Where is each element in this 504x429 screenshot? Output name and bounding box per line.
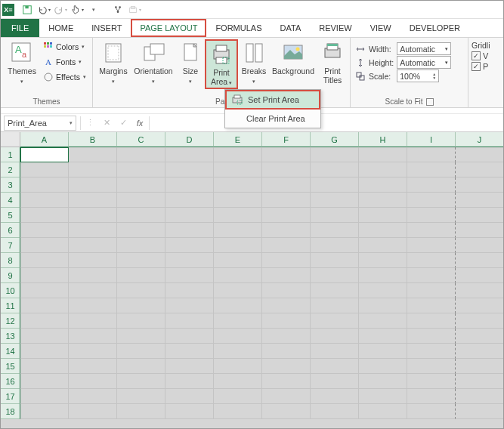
cell[interactable] xyxy=(359,313,407,329)
cell[interactable] xyxy=(69,313,117,329)
cell[interactable] xyxy=(165,177,214,193)
cell[interactable] xyxy=(20,162,69,177)
cell[interactable] xyxy=(407,238,456,253)
cell[interactable] xyxy=(262,344,311,359)
cell[interactable] xyxy=(20,329,69,344)
print-area-button[interactable]: PrintArea ▾ xyxy=(205,39,238,89)
cell[interactable] xyxy=(117,389,165,404)
cell[interactable] xyxy=(165,268,214,283)
cell[interactable] xyxy=(214,253,262,268)
cell[interactable] xyxy=(407,177,456,193)
colors-button[interactable]: Colors▾ xyxy=(42,39,88,54)
cell[interactable] xyxy=(311,193,359,208)
cell[interactable] xyxy=(165,344,214,359)
cell[interactable] xyxy=(117,268,165,283)
row-header[interactable]: 5 xyxy=(1,208,20,223)
cell[interactable] xyxy=(214,208,262,223)
cell[interactable] xyxy=(165,404,214,419)
row-header[interactable]: 9 xyxy=(1,268,20,283)
qat-command-1[interactable] xyxy=(110,2,125,17)
cell[interactable] xyxy=(311,404,359,419)
cell[interactable] xyxy=(311,344,359,359)
cell[interactable] xyxy=(262,268,311,283)
tab-view[interactable]: VIEW xyxy=(361,19,400,37)
cell[interactable] xyxy=(69,329,117,344)
cell[interactable] xyxy=(456,268,503,283)
set-print-area-item[interactable]: Set Print Area xyxy=(225,90,320,110)
cell[interactable] xyxy=(69,177,117,193)
cell[interactable] xyxy=(20,223,69,238)
name-box[interactable]: Print_Area▾ xyxy=(4,116,76,131)
cell[interactable] xyxy=(214,283,262,298)
tab-page-layout[interactable]: PAGE LAYOUT xyxy=(131,19,206,37)
cell[interactable] xyxy=(20,238,69,253)
cell[interactable] xyxy=(20,374,69,389)
margins-button[interactable]: Margins▾ xyxy=(96,39,131,86)
column-header[interactable]: I xyxy=(407,132,456,147)
cell[interactable] xyxy=(20,208,69,223)
width-select[interactable]: Automatic▾ xyxy=(397,42,451,55)
themes-button[interactable]: Aa Themes▾ xyxy=(4,39,40,86)
column-header[interactable]: G xyxy=(311,132,359,147)
cell[interactable] xyxy=(407,404,456,419)
qat-command-2[interactable]: ▾ xyxy=(127,2,142,17)
cell[interactable] xyxy=(456,193,503,208)
fonts-button[interactable]: AFonts▾ xyxy=(42,54,88,69)
cell[interactable] xyxy=(20,404,69,419)
cell[interactable] xyxy=(456,298,503,313)
row-header[interactable]: 13 xyxy=(1,329,20,344)
row-header[interactable]: 8 xyxy=(1,253,20,268)
cell[interactable] xyxy=(69,283,117,298)
cell[interactable] xyxy=(69,344,117,359)
cell[interactable] xyxy=(456,223,503,238)
cell[interactable] xyxy=(262,313,311,329)
cell[interactable] xyxy=(456,404,503,419)
cell[interactable] xyxy=(456,238,503,253)
cell[interactable] xyxy=(214,313,262,329)
cell[interactable] xyxy=(262,177,311,193)
cell[interactable] xyxy=(117,238,165,253)
cell[interactable] xyxy=(165,238,214,253)
cell[interactable] xyxy=(311,298,359,313)
cell[interactable] xyxy=(456,329,503,344)
cell[interactable] xyxy=(311,359,359,374)
cell[interactable] xyxy=(311,268,359,283)
cell[interactable] xyxy=(407,147,456,162)
cell[interactable] xyxy=(407,283,456,298)
cell[interactable] xyxy=(359,283,407,298)
cell[interactable] xyxy=(359,329,407,344)
row-header[interactable]: 1 xyxy=(1,147,20,162)
cell[interactable] xyxy=(359,162,407,177)
breaks-button[interactable]: Breaks▾ xyxy=(238,39,270,86)
cell[interactable] xyxy=(214,268,262,283)
cell[interactable] xyxy=(262,404,311,419)
cell[interactable] xyxy=(456,374,503,389)
cell[interactable] xyxy=(262,389,311,404)
cell[interactable] xyxy=(165,298,214,313)
column-header[interactable]: D xyxy=(165,132,214,147)
row-headers[interactable]: 123456789101112131415161718 xyxy=(1,147,20,419)
row-header[interactable]: 2 xyxy=(1,162,20,177)
cell[interactable] xyxy=(214,329,262,344)
row-header[interactable]: 6 xyxy=(1,223,20,238)
formula-sort-button[interactable]: ⋮ xyxy=(82,116,98,131)
cell[interactable] xyxy=(20,268,69,283)
cell[interactable] xyxy=(262,298,311,313)
tab-data[interactable]: DATA xyxy=(271,19,311,37)
cell[interactable] xyxy=(456,359,503,374)
row-header[interactable]: 18 xyxy=(1,404,20,419)
cell[interactable] xyxy=(214,238,262,253)
cell[interactable] xyxy=(456,344,503,359)
cell[interactable] xyxy=(20,283,69,298)
cell[interactable] xyxy=(456,389,503,404)
cell[interactable] xyxy=(359,389,407,404)
cell[interactable] xyxy=(262,283,311,298)
cell[interactable] xyxy=(117,298,165,313)
cell[interactable] xyxy=(359,298,407,313)
cell[interactable] xyxy=(165,253,214,268)
cell[interactable] xyxy=(69,162,117,177)
cell[interactable] xyxy=(214,404,262,419)
row-header[interactable]: 7 xyxy=(1,238,20,253)
scale-spinner[interactable]: 100%▲▼ xyxy=(397,69,439,82)
row-header[interactable]: 10 xyxy=(1,283,20,298)
